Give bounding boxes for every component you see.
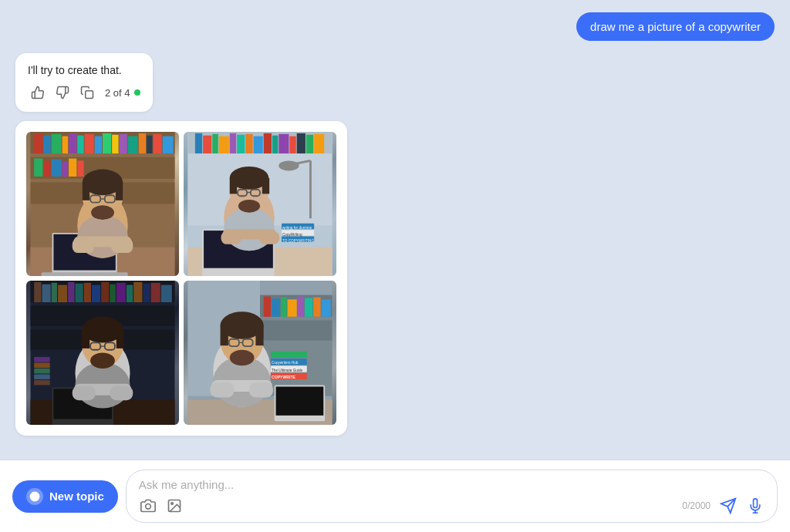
message-input[interactable] (139, 478, 765, 491)
svg-point-171 (171, 503, 174, 505)
send-button[interactable] (717, 496, 740, 516)
svg-rect-88 (221, 231, 241, 244)
svg-rect-99 (75, 284, 83, 302)
svg-text:COPYWRITE: COPYWRITE (272, 375, 296, 379)
svg-rect-48 (203, 136, 211, 153)
image-grid-card: TO COPYWRITING CopyWrIting writing for d… (15, 121, 347, 436)
svg-rect-98 (68, 282, 74, 302)
svg-rect-15 (120, 134, 127, 153)
ai-response-text: I'll try to create that. (28, 64, 140, 76)
svg-text:CopyWrIting: CopyWrIting (282, 233, 302, 237)
svg-rect-94 (34, 282, 41, 302)
svg-rect-104 (116, 283, 126, 302)
user-message-text: draw me a picture of a copywriter (590, 20, 761, 33)
ai-response-actions: 2 of 4 (28, 84, 140, 101)
svg-rect-82 (262, 178, 269, 194)
svg-rect-97 (58, 285, 67, 302)
image-grid: TO COPYWRITING CopyWrIting writing for d… (26, 132, 336, 425)
image-upload-button[interactable] (165, 497, 184, 515)
new-topic-button[interactable]: New topic (12, 480, 118, 513)
svg-rect-23 (52, 160, 62, 177)
svg-rect-141 (313, 298, 320, 317)
thumbs-up-button[interactable] (28, 84, 48, 101)
svg-rect-129 (34, 363, 50, 369)
svg-rect-30 (42, 272, 128, 276)
new-topic-label: New topic (49, 490, 104, 503)
svg-rect-49 (212, 134, 218, 153)
svg-point-169 (146, 504, 151, 510)
svg-rect-102 (101, 282, 109, 302)
svg-rect-55 (264, 133, 272, 153)
mic-button[interactable] (746, 497, 765, 515)
ai-response-card: I'll try to create that. (15, 53, 153, 112)
image-cell-1[interactable] (26, 132, 179, 276)
svg-rect-43 (111, 238, 133, 253)
svg-rect-130 (34, 357, 50, 362)
image-cell-3[interactable] (26, 281, 179, 425)
svg-rect-52 (237, 135, 245, 153)
svg-rect-140 (305, 298, 312, 316)
status-dot (134, 89, 140, 96)
svg-text:writing for dummie: writing for dummie (282, 226, 312, 230)
svg-rect-0 (86, 91, 93, 99)
svg-rect-136 (272, 298, 280, 316)
new-topic-icon (26, 488, 43, 505)
page-indicator: 2 of 4 (105, 87, 140, 99)
input-bottom-row: 0/2000 (139, 496, 765, 516)
svg-rect-6 (43, 136, 50, 153)
svg-rect-166 (249, 382, 273, 398)
char-count: 0/2000 (682, 500, 711, 511)
svg-rect-54 (254, 136, 263, 153)
image-cell-4[interactable]: COPYWRITE The Ultimate Guide Copywriters… (184, 281, 336, 425)
svg-rect-11 (85, 134, 94, 153)
input-right-group: 0/2000 (682, 496, 765, 516)
svg-rect-14 (112, 135, 118, 153)
page-indicator-text: 2 of 4 (105, 87, 130, 99)
svg-rect-117 (82, 330, 89, 348)
svg-rect-61 (314, 134, 324, 153)
svg-rect-50 (219, 136, 229, 153)
text-input-container: 0/2000 (126, 470, 778, 523)
svg-rect-125 (110, 386, 133, 401)
svg-rect-19 (153, 134, 161, 153)
svg-rect-124 (73, 386, 96, 401)
svg-rect-9 (69, 133, 76, 153)
copy-button[interactable] (77, 84, 97, 101)
image-cell-2[interactable]: TO COPYWRITING CopyWrIting writing for d… (184, 132, 336, 276)
svg-rect-139 (298, 297, 304, 317)
svg-rect-7 (52, 134, 62, 153)
svg-rect-26 (77, 160, 83, 177)
svg-rect-103 (110, 285, 115, 302)
svg-rect-89 (259, 231, 279, 244)
svg-rect-109 (161, 285, 172, 302)
svg-rect-12 (95, 136, 102, 153)
svg-rect-20 (163, 136, 174, 153)
svg-rect-56 (272, 136, 278, 153)
chat-area: draw me a picture of a copywriter I'll t… (0, 0, 790, 460)
svg-point-67 (279, 160, 299, 170)
svg-point-122 (90, 353, 115, 369)
svg-rect-137 (281, 298, 286, 317)
svg-rect-142 (321, 299, 330, 316)
svg-rect-10 (77, 136, 83, 153)
svg-rect-128 (34, 369, 50, 374)
svg-rect-153 (271, 352, 307, 358)
svg-rect-95 (42, 285, 50, 302)
svg-rect-5 (34, 133, 42, 153)
svg-rect-8 (62, 136, 68, 153)
svg-rect-16 (128, 136, 138, 153)
svg-rect-59 (297, 133, 306, 153)
svg-rect-118 (116, 330, 123, 348)
svg-text:Copywriters Hub: Copywriters Hub (272, 361, 299, 365)
svg-rect-25 (69, 159, 76, 177)
svg-rect-135 (264, 297, 271, 317)
svg-rect-96 (52, 283, 57, 302)
thumbs-down-button[interactable] (52, 84, 73, 101)
camera-button[interactable] (139, 497, 157, 515)
bottom-bar: New topic (0, 460, 790, 532)
svg-rect-51 (230, 133, 236, 153)
svg-rect-126 (34, 380, 50, 386)
svg-text:TO COPYWRITING: TO COPYWRITING (282, 239, 314, 243)
svg-point-86 (238, 200, 260, 213)
svg-rect-108 (151, 283, 160, 302)
